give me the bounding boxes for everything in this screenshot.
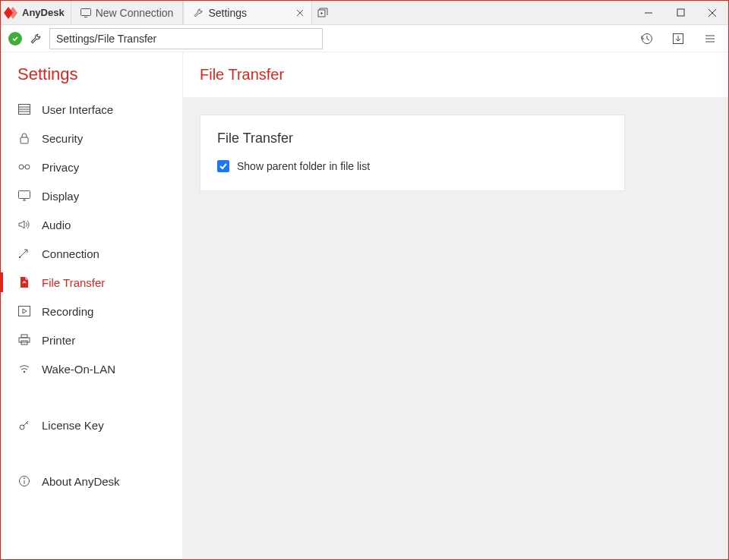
sidebar-gap [1,383,182,411]
titlebar-spacer [333,1,633,24]
minimize-button[interactable] [633,1,664,24]
sidebar-item-label: License Key [42,419,104,432]
tab-label: Settings [208,7,247,19]
wrench-icon [28,31,43,46]
printer-icon [17,333,31,347]
main-header: File Transfer [183,52,728,98]
status-ok-icon [8,32,22,46]
app-window: AnyDesk New Connection Settings [0,0,729,560]
sidebar-item-privacy[interactable]: Privacy [1,153,182,181]
sidebar-item-wake-on-lan[interactable]: Wake-On-LAN [1,354,182,383]
settings-nav: User Interface Security Privacy Display … [1,95,182,496]
wifi-icon [17,362,31,376]
tab-label: New Connection [96,7,174,19]
checkbox-checked-icon [217,160,229,172]
svg-rect-11 [677,9,684,16]
app-logo-area: AnyDesk [1,1,71,24]
file-icon [17,275,31,289]
svg-rect-24 [21,137,28,143]
svg-rect-35 [21,335,27,338]
sidebar-gap [1,439,182,467]
sidebar-item-label: Connection [42,247,99,260]
monitor-icon [17,189,31,203]
svg-rect-33 [19,307,30,316]
address-input[interactable] [49,28,323,49]
address-bar [1,25,728,52]
settings-sidebar: Settings User Interface Security Privacy… [1,52,183,559]
svg-point-32 [19,256,21,258]
sidebar-item-about[interactable]: About AnyDesk [1,467,182,496]
recording-icon [17,304,31,318]
key-icon [17,418,31,432]
sidebar-item-user-interface[interactable]: User Interface [1,95,182,124]
sidebar-item-connection[interactable]: Connection [1,239,182,268]
menu-button[interactable] [699,28,721,49]
anydesk-logo-icon [4,7,19,19]
sidebar-item-file-transfer[interactable]: File Transfer [1,268,182,297]
sidebar-item-label: File Transfer [42,276,105,289]
sidebar-item-label: About AnyDesk [42,475,120,488]
sidebar-item-label: Privacy [42,161,79,174]
svg-point-38 [24,371,25,373]
close-tab-button[interactable] [295,8,305,18]
install-button[interactable] [667,28,689,49]
ui-icon [17,102,31,116]
sidebar-item-label: User Interface [42,103,113,116]
card-heading: File Transfer [217,131,608,146]
wrench-icon [193,8,204,18]
sidebar-title: Settings [1,64,182,95]
file-transfer-card: File Transfer Show parent folder in file… [200,115,625,191]
checkbox-label: Show parent folder in file list [237,160,370,172]
tab-settings[interactable]: Settings [183,1,312,24]
page-title: File Transfer [200,66,712,83]
main-panel: File Transfer File Transfer Show parent … [183,52,728,559]
info-icon [17,474,31,488]
monitor-icon [80,8,91,18]
body: Settings User Interface Security Privacy… [1,52,728,559]
titlebar: AnyDesk New Connection Settings [1,1,728,25]
sidebar-item-printer[interactable]: Printer [1,326,182,354]
sidebar-item-label: Audio [42,219,71,231]
lock-icon [17,131,31,145]
connection-icon [17,247,31,260]
svg-point-26 [25,165,30,169]
sidebar-item-label: Recording [42,305,93,318]
svg-point-25 [19,165,24,169]
speaker-icon [17,218,31,231]
new-tab-button[interactable] [312,1,333,24]
content-area: File Transfer Show parent folder in file… [183,98,728,208]
sidebar-item-label: Security [42,132,83,145]
sidebar-item-label: Printer [42,334,75,347]
sidebar-item-label: Wake-On-LAN [42,363,115,376]
close-window-button[interactable] [696,1,728,24]
tab-new-connection[interactable]: New Connection [71,1,184,24]
svg-marker-34 [23,309,27,313]
sidebar-item-security[interactable]: Security [1,124,182,153]
sidebar-item-label: Display [42,190,79,203]
history-button[interactable] [636,28,657,49]
show-parent-folder-checkbox[interactable]: Show parent folder in file list [217,160,608,172]
app-name: AnyDesk [22,7,65,18]
sidebar-item-recording[interactable]: Recording [1,297,182,326]
svg-rect-28 [19,191,30,199]
tab-strip: New Connection Settings [71,1,334,24]
svg-line-41 [27,423,28,424]
window-controls [633,1,728,24]
sidebar-item-audio[interactable]: Audio [1,210,182,239]
sidebar-item-license-key[interactable]: License Key [1,411,182,439]
svg-marker-31 [19,221,24,228]
maximize-button[interactable] [664,1,696,24]
svg-point-44 [24,478,25,480]
svg-rect-36 [19,338,30,342]
glasses-icon [17,160,31,174]
sidebar-item-display[interactable]: Display [1,181,182,210]
svg-rect-0 [80,8,90,15]
